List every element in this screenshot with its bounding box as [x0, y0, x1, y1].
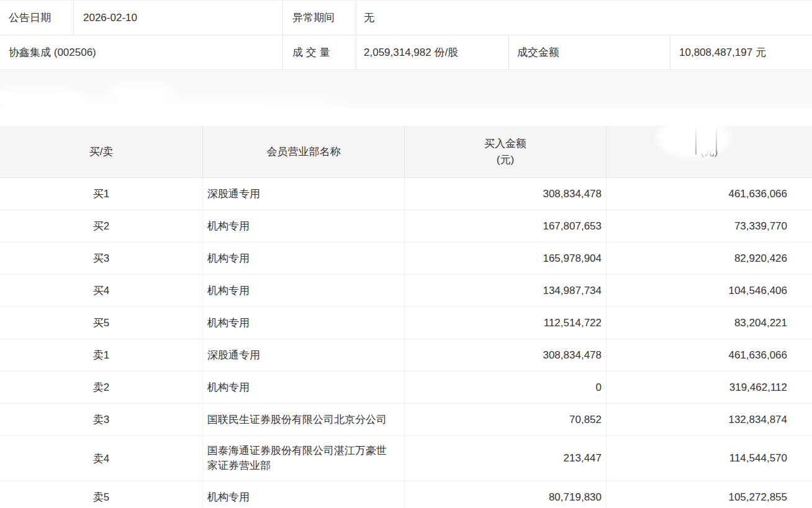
buy-amount-cell: 134,987,734: [404, 275, 606, 306]
side-cell: 卖2: [0, 372, 202, 403]
buy-amount-cell: 308,834,478: [404, 178, 606, 210]
table-row: 买3 机构专用 165,978,904 82,920,426: [0, 243, 812, 275]
branch-cell: 国联民生证券股份有限公司北京分公司: [202, 404, 404, 435]
buy-amount-cell: 308,834,478: [404, 339, 606, 371]
sell-amount-cell: 461,636,066: [606, 339, 812, 371]
erase-smudge: [107, 82, 175, 102]
buy-amount-cell: 0: [404, 372, 606, 403]
branch-cell: 机构专用: [202, 481, 404, 508]
buy-amount-cell: 70,852: [404, 404, 606, 435]
buy-amount-cell: 167,807,653: [404, 210, 606, 242]
table-row: 卖2 机构专用 0 319,462,112: [0, 372, 812, 404]
announce-date-label: 公告日期: [0, 1, 73, 35]
erased-band: [0, 70, 812, 108]
table-header-row: 买/卖 会员营业部名称 买入金额 (元) (元): [0, 126, 812, 178]
sell-amount-cell: 132,834,874: [606, 404, 812, 435]
sell-amount-cell: 461,636,066: [606, 178, 812, 210]
sell-amount-cell: 82,920,426: [606, 243, 812, 274]
table-body: 买1 深股通专用 308,834,478 461,636,066 买2 机构专用…: [0, 178, 812, 508]
side-cell: 买1: [0, 178, 202, 210]
table-row: 卖1 深股通专用 308,834,478 461,636,066: [0, 339, 812, 372]
turnover-label: 成交金额: [508, 35, 670, 69]
sell-amount-cell: 319,462,112: [606, 372, 812, 403]
table-row: 卖3 国联民生证券股份有限公司北京分公司 70,852 132,834,874: [0, 404, 812, 436]
table-row: 卖5 机构专用 80,719,830 105,272,855: [0, 481, 812, 508]
sell-amount-cell: 104,546,406: [606, 275, 812, 306]
stock-info-panel: 公告日期 2026-02-10 异常期间 无 协鑫集成 (002506) 成 交…: [0, 0, 812, 70]
sell-amount-cell: 105,272,855: [606, 481, 812, 508]
turnover-value: 10,808,487,197 元: [670, 35, 812, 69]
abnormal-period-label: 异常期间: [282, 1, 356, 35]
side-cell: 卖5: [0, 481, 202, 508]
header-branch-name: 会员营业部名称: [202, 126, 404, 177]
branch-cell: 深股通专用: [202, 339, 404, 371]
table-row: 卖4 国泰海通证券股份有限公司湛江万豪世家证券营业部 213,447 114,5…: [0, 436, 812, 481]
header-buy-amount-line1: 买入金额: [484, 136, 526, 152]
sell-amount-cell: 83,204,221: [606, 307, 812, 339]
sell-amount-cell: 73,339,770: [606, 210, 812, 242]
side-cell: 卖4: [0, 436, 202, 481]
side-cell: 买4: [0, 275, 202, 306]
erase-streak: [716, 126, 717, 154]
volume-value: 2,059,314,982 份/股: [356, 35, 508, 69]
table-row: 买4 机构专用 134,987,734 104,546,406: [0, 275, 812, 307]
header-buy-amount-line2: (元): [497, 152, 514, 168]
erase-smudge: [657, 117, 730, 158]
table-row: 买2 机构专用 167,807,653 73,339,770: [0, 210, 812, 243]
volume-label: 成 交 量: [282, 35, 356, 69]
buy-amount-cell: 213,447: [404, 436, 606, 481]
branch-cell: 机构专用: [202, 210, 404, 242]
buy-amount-cell: 112,514,722: [404, 307, 606, 339]
side-cell: 卖1: [0, 339, 202, 371]
branch-cell: 机构专用: [202, 307, 404, 339]
abnormal-period-value: 无: [356, 1, 812, 35]
buy-amount-cell: 80,719,830: [404, 481, 606, 508]
header-buy-sell: 买/卖: [0, 126, 202, 177]
info-row-stock: 协鑫集成 (002506) 成 交 量 2,059,314,982 份/股 成交…: [0, 35, 812, 70]
info-row-date: 公告日期 2026-02-10 异常期间 无: [0, 1, 812, 35]
stock-name: 协鑫集成 (002506): [0, 35, 282, 69]
side-cell: 买3: [0, 243, 202, 274]
side-cell: 买5: [0, 307, 202, 339]
sell-amount-cell: 114,544,570: [606, 436, 812, 481]
header-buy-amount: 买入金额 (元): [404, 126, 606, 177]
branch-cell: 机构专用: [202, 372, 404, 403]
announce-date-value: 2026-02-10: [73, 1, 282, 35]
erase-smudge: [0, 87, 87, 108]
buy-amount-cell: 165,978,904: [404, 243, 606, 274]
branch-cell: 国泰海通证券股份有限公司湛江万豪世家证券营业部: [202, 436, 404, 481]
side-cell: 卖3: [0, 404, 202, 435]
side-cell: 买2: [0, 210, 202, 242]
erase-streak: [695, 126, 697, 154]
branch-cell: 机构专用: [202, 243, 404, 274]
broker-seat-table: 买/卖 会员营业部名称 买入金额 (元) (元) 买1 深股通专用 308,83…: [0, 126, 812, 508]
branch-cell: 机构专用: [202, 275, 404, 306]
table-row: 买1 深股通专用 308,834,478 461,636,066: [0, 178, 812, 210]
table-row: 买5 机构专用 112,514,722 83,204,221: [0, 307, 812, 339]
branch-cell: 深股通专用: [202, 178, 404, 210]
